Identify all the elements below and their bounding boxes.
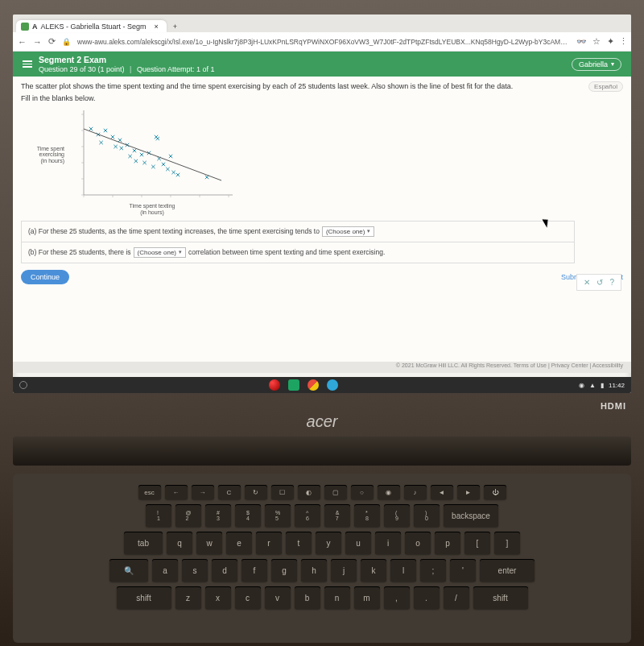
key[interactable]: o — [405, 532, 431, 554]
key[interactable]: ♪ — [404, 485, 427, 499]
battery-icon[interactable]: ▮ — [601, 382, 604, 389]
key[interactable]: enter — [480, 559, 535, 582]
key[interactable]: l — [390, 559, 416, 582]
key[interactable]: k — [361, 559, 386, 582]
key[interactable]: ○ — [351, 485, 374, 499]
key[interactable]: C — [218, 485, 241, 499]
clock[interactable]: 11:42 — [609, 382, 625, 389]
key[interactable]: e — [226, 532, 252, 554]
key[interactable]: &7 — [324, 504, 350, 527]
key[interactable]: [ — [464, 532, 490, 554]
key[interactable]: g — [271, 559, 297, 582]
key[interactable]: ☐ — [271, 485, 294, 499]
key[interactable]: @2 — [175, 504, 201, 527]
help-button[interactable]: ? — [609, 278, 614, 287]
tab-close-icon[interactable]: × — [155, 23, 159, 31]
launcher-icon[interactable] — [19, 381, 27, 389]
reset-button[interactable]: ↺ — [597, 278, 603, 287]
forward-button[interactable]: → — [33, 37, 42, 47]
key[interactable]: n — [324, 586, 350, 609]
key[interactable]: shift — [473, 586, 528, 609]
user-chip[interactable]: Gabriella — [572, 58, 621, 71]
key[interactable]: h — [301, 559, 327, 582]
key[interactable]: c — [235, 586, 261, 609]
back-button[interactable]: ← — [18, 37, 27, 47]
key[interactable]: ⏻ — [484, 485, 506, 499]
segment-title: Segment 2 Exam — [39, 55, 215, 64]
notif-icon[interactable]: ◉ — [579, 382, 584, 389]
key[interactable]: q — [167, 532, 192, 554]
key[interactable]: ▢ — [324, 485, 347, 499]
key[interactable]: j — [331, 559, 357, 582]
continue-button[interactable]: Continue — [21, 270, 69, 284]
key[interactable]: #3 — [205, 504, 231, 527]
os-taskbar: ◉ ▲ ▮ 11:42 — [13, 377, 631, 393]
key[interactable]: w — [196, 532, 222, 554]
wifi-icon[interactable]: ▲ — [589, 382, 596, 389]
key[interactable]: y — [316, 532, 341, 554]
key[interactable]: backspace — [444, 504, 498, 527]
key[interactable]: shift — [117, 586, 171, 609]
key[interactable]: m — [354, 586, 380, 609]
divider: | — [130, 65, 131, 73]
key[interactable]: *8 — [354, 504, 380, 527]
key[interactable]: . — [414, 586, 440, 609]
key[interactable]: (9 — [384, 504, 410, 527]
scatter-plot: Time spent exercising(in hours) — [21, 106, 623, 203]
key[interactable]: b — [295, 586, 320, 609]
reload-button[interactable]: ⟳ — [48, 36, 56, 47]
aleks-favicon-icon — [21, 23, 29, 31]
key[interactable]: ] — [494, 532, 520, 554]
key[interactable]: ^6 — [295, 504, 320, 527]
key[interactable]: ← — [165, 485, 188, 499]
key[interactable]: , — [384, 586, 410, 609]
key[interactable]: z — [175, 586, 201, 609]
key[interactable]: $4 — [235, 504, 261, 527]
key[interactable]: ◄ — [431, 485, 453, 499]
gmail-icon[interactable] — [308, 379, 319, 391]
key[interactable]: x — [205, 586, 231, 609]
key[interactable]: ' — [450, 559, 476, 582]
key[interactable]: tab — [124, 532, 163, 554]
key[interactable]: r — [256, 532, 282, 554]
key[interactable]: / — [444, 586, 469, 609]
app-icon[interactable] — [327, 379, 338, 391]
key[interactable]: v — [265, 586, 291, 609]
key[interactable]: %5 — [265, 504, 291, 527]
new-tab-button[interactable]: + — [167, 21, 184, 32]
answer-toolbar: ✕ ↺ ? — [576, 274, 621, 291]
key[interactable]: → — [192, 485, 214, 499]
key[interactable]: ◐ — [298, 485, 320, 499]
key[interactable]: ► — [457, 485, 480, 499]
key[interactable]: !1 — [146, 504, 171, 527]
key[interactable]: a — [152, 559, 178, 582]
key[interactable]: d — [212, 559, 237, 582]
key[interactable]: p — [435, 532, 460, 554]
key[interactable]: 🔍 — [109, 559, 148, 582]
url-text[interactable]: www-awu.aleks.com/alekscgi/x/Isl.exe/1o_… — [77, 38, 570, 46]
key[interactable]: u — [345, 532, 371, 554]
key[interactable]: )0 — [414, 504, 440, 527]
key[interactable]: s — [182, 559, 208, 582]
hamburger-menu-icon[interactable] — [23, 60, 32, 68]
clear-button[interactable]: ✕ — [584, 278, 590, 287]
chrome-icon[interactable] — [269, 379, 280, 391]
answer-b: (b) For these 25 students, there is (Cho… — [21, 242, 575, 263]
key[interactable]: f — [242, 559, 267, 582]
key[interactable]: ◉ — [378, 485, 400, 499]
answer-a-text: (a) For these 25 students, as the time s… — [28, 227, 320, 235]
menu-button[interactable]: ⋮ — [619, 36, 626, 47]
play-icon[interactable] — [288, 379, 299, 391]
key[interactable]: ↻ — [245, 485, 267, 499]
browser-tab[interactable]: A ALEKS - Gabriella Stuart - Segm × — [16, 20, 167, 32]
segment-banner: Segment 2 Exam Question 29 of 30 (1 poin… — [13, 52, 631, 77]
answer-a-dropdown[interactable]: (Choose one) — [322, 226, 374, 237]
key[interactable]: ; — [420, 559, 446, 582]
bookmark-button[interactable]: ☆ — [592, 36, 601, 47]
answer-b-dropdown[interactable]: (Choose one) — [134, 247, 186, 258]
extension-icon[interactable]: ✦ — [607, 36, 613, 47]
espanol-link[interactable]: Español — [588, 81, 623, 92]
key[interactable]: t — [286, 532, 312, 554]
key[interactable]: i — [375, 532, 401, 554]
key[interactable]: esc — [138, 485, 161, 499]
